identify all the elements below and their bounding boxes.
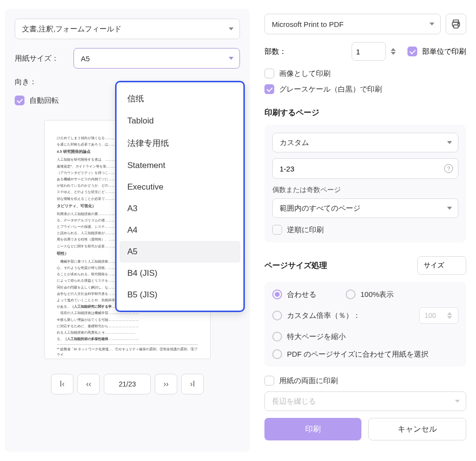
choose-paper-radio[interactable]: [272, 349, 282, 359]
preview-panel: 文書,注釈,フォームフィールド 用紙サイズ： A5 向き： 自動回転 信纸Tab…: [5, 9, 250, 452]
help-icon[interactable]: ?: [444, 164, 453, 173]
paper-size-select[interactable]: A5: [73, 48, 240, 69]
custom-scale-label: カスタム倍率（％）：: [287, 311, 360, 320]
chevron-up-icon[interactable]: [391, 48, 396, 51]
reverse-order-checkbox[interactable]: [272, 225, 282, 235]
print-as-image-label: 画像として印刷: [279, 69, 331, 78]
collate-checkbox[interactable]: [407, 47, 417, 56]
fit-label: 合わせる: [287, 290, 316, 299]
actual-size-label: 100%表示: [360, 290, 394, 299]
pages-section: カスタム 1-23 ? 偶数または奇数ページ 範囲内のすべてのページ 逆順に印刷: [264, 125, 466, 243]
paper-size-option[interactable]: 法律专用纸: [119, 132, 240, 155]
copies-input[interactable]: 1: [352, 42, 386, 61]
duplex-checkbox[interactable]: [264, 376, 274, 386]
chevron-down-icon: [447, 141, 452, 144]
chevron-up-icon[interactable]: [447, 312, 452, 315]
sizing-section: 合わせる 100%表示 カスタム倍率（％）： 100 特大ページを縮小: [264, 282, 466, 367]
grayscale-checkbox[interactable]: [264, 84, 274, 94]
copies-spinner[interactable]: [391, 48, 399, 55]
page-range-mode-select[interactable]: カスタム: [272, 133, 458, 152]
cancel-button[interactable]: キャンセル: [368, 418, 466, 440]
custom-scale-radio[interactable]: [272, 311, 282, 320]
paper-size-option[interactable]: B4 (JIS): [119, 263, 240, 284]
paper-size-label: 用紙サイズ：: [15, 54, 69, 63]
sizing-section-title: ページサイズ処理: [264, 261, 327, 271]
binding-select[interactable]: 長辺を綴じる: [264, 391, 466, 411]
reverse-order-label: 逆順に印刷: [287, 225, 324, 235]
print-button[interactable]: 印刷: [264, 418, 361, 440]
next-page-button[interactable]: ››: [155, 374, 177, 394]
paper-size-option[interactable]: A5: [119, 241, 240, 263]
printer-icon: [451, 19, 461, 29]
paper-size-option[interactable]: Statement: [119, 155, 240, 176]
fit-radio[interactable]: [272, 290, 282, 299]
pages-section-title: 印刷するページ: [264, 108, 466, 118]
printer-select[interactable]: Microsoft Print to PDF: [264, 14, 441, 34]
prev-page-button[interactable]: ‹‹: [77, 374, 100, 394]
paper-size-option[interactable]: B5 (JIS): [119, 284, 240, 306]
custom-scale-input[interactable]: 100: [419, 307, 458, 324]
chevron-down-icon: [229, 27, 234, 30]
svg-point-3: [458, 23, 459, 24]
chevron-down-icon: [229, 57, 234, 60]
size-mode-select[interactable]: サイズ: [417, 256, 466, 275]
actual-size-radio[interactable]: [346, 290, 356, 299]
orientation-label: 向き：: [15, 77, 69, 87]
paper-size-value: A5: [81, 54, 90, 63]
auto-rotate-label: 自動回転: [29, 96, 59, 105]
printer-properties-button[interactable]: [446, 14, 466, 34]
chevron-down-icon: [455, 400, 460, 403]
page-range-input[interactable]: 1-23 ?: [272, 158, 458, 179]
copies-label: 部数：: [264, 47, 286, 56]
paper-size-option[interactable]: A3: [119, 198, 240, 219]
scale-spinner[interactable]: [447, 312, 455, 319]
paper-size-option[interactable]: 信纸: [119, 87, 240, 110]
shrink-oversize-label: 特大ページを縮小: [287, 332, 346, 341]
paper-size-option[interactable]: A4: [119, 219, 240, 241]
collate-label: 部単位で印刷: [422, 47, 466, 56]
print-as-image-checkbox[interactable]: [264, 69, 274, 78]
content-select-value: 文書,注釈,フォームフィールド: [22, 24, 121, 34]
shrink-oversize-radio[interactable]: [272, 332, 282, 341]
last-page-button[interactable]: ›I: [181, 374, 204, 394]
odd-even-label: 偶数または奇数ページ: [272, 186, 458, 194]
pager: I‹ ‹‹ 21 / 23 ›› ›I: [15, 374, 240, 394]
first-page-button[interactable]: I‹: [51, 374, 73, 394]
printer-value: Microsoft Print to PDF: [272, 20, 344, 28]
chevron-down-icon: [447, 207, 452, 210]
odd-even-select[interactable]: 範囲内のすべてのページ: [272, 198, 458, 218]
chevron-down-icon[interactable]: [447, 316, 452, 319]
paper-size-option[interactable]: Executive: [119, 176, 240, 198]
grayscale-label: グレースケール（白黒）で印刷: [279, 85, 382, 94]
content-select[interactable]: 文書,注釈,フォームフィールド: [15, 19, 240, 39]
chevron-down-icon: [429, 23, 434, 25]
choose-paper-label: PDF のページサイズに合わせて用紙を選択: [287, 350, 428, 359]
duplex-label: 用紙の両面に印刷: [279, 376, 338, 386]
paper-size-option[interactable]: Tabloid: [119, 110, 240, 132]
settings-panel: Microsoft Print to PDF 部数： 1 部単位で印刷 画像とし…: [260, 9, 471, 452]
page-indicator[interactable]: 21 / 23: [104, 374, 151, 394]
paper-size-dropdown: 信纸Tabloid法律专用纸StatementExecutiveA3A4A5B4…: [115, 81, 245, 312]
chevron-down-icon[interactable]: [391, 52, 396, 55]
auto-rotate-checkbox[interactable]: [15, 96, 24, 105]
svg-rect-2: [453, 25, 458, 28]
